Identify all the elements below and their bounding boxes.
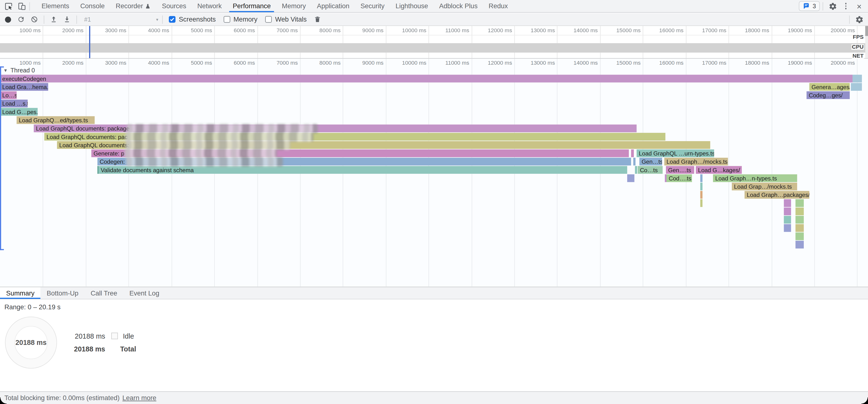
redacted-text-blur [126,157,283,166]
flame-bar-sliver[interactable] [784,208,791,215]
flame-bar[interactable]: Load Graph…n-types.ts [713,175,797,182]
ruler-tick-label: 10000 ms [382,27,427,33]
checkbox-web-vitals[interactable]: Web Vitals [265,15,307,23]
history-dropdown[interactable]: #1 ▾ [82,14,159,24]
scrollbar-thumb[interactable] [865,26,868,36]
flame-bar-sliver[interactable] [700,191,702,198]
flame-bar[interactable]: Load Grap…/mocks.ts [732,183,797,190]
issues-button[interactable]: 3 [799,1,820,11]
drawer-tab-summary[interactable]: Summary [0,287,41,299]
donut-total-label: 20188 ms [6,317,56,368]
summary-donut-chart: 20188 ms [5,317,57,369]
cpu-activity-band [0,43,868,53]
thread-track-header[interactable]: ▼ Thread 0 [3,66,35,74]
flame-bar[interactable]: Gen….ts [666,166,694,174]
overview-ruler: 1000 ms2000 ms3000 ms4000 ms5000 ms6000 … [0,26,868,35]
flame-bar[interactable]: Load GraphQ…ed/types.ts [17,116,95,124]
flame-bar[interactable]: Codeg…ges/ [806,91,849,99]
garbage-collect-icon[interactable] [312,14,323,25]
flame-bar[interactable]: Load …s.ts [0,99,28,107]
tab-sources[interactable]: Sources [156,0,192,12]
timeline-overview[interactable]: 1000 ms2000 ms3000 ms4000 ms5000 ms6000 … [0,26,868,59]
flame-bar[interactable]: executeCodegen [0,74,852,82]
drawer-tab-call-tree[interactable]: Call Tree [85,287,123,299]
tab-console[interactable]: Console [75,0,110,12]
tab-redux[interactable]: Redux [483,0,514,12]
flame-bar-sliver[interactable] [796,232,804,240]
tab-network[interactable]: Network [192,0,227,12]
tab-security[interactable]: Security [355,0,390,12]
flame-bar-sliver[interactable] [796,216,804,223]
flame-bar[interactable]: Lo…s [0,91,17,99]
flame-bar[interactable]: Validate documents against schema [97,166,627,174]
close-devtools-icon[interactable]: × [854,1,864,11]
tab-performance[interactable]: Performance [227,0,276,12]
settings-gear-icon[interactable] [828,1,837,11]
flame-bar-sliver[interactable] [796,199,804,207]
checkbox-box[interactable] [265,16,272,23]
flame-bar-sliver[interactable] [851,83,862,91]
ruler-tick-label: 6000 ms [211,27,255,33]
ruler-tick-label: 19000 ms [768,27,812,33]
save-profile-icon[interactable] [62,14,73,25]
checkbox-box[interactable] [223,16,230,23]
tab-elements[interactable]: Elements [36,0,75,12]
flame-bar[interactable]: Load G…kages/ [696,166,742,174]
flame-bar-sliver[interactable] [631,150,634,157]
more-options-icon[interactable] [841,1,851,11]
drawer-tab-event-log[interactable]: Event Log [123,287,165,299]
load-profile-icon[interactable] [48,14,59,25]
learn-more-link[interactable]: Learn more [122,394,156,402]
flame-bar[interactable]: Co…ts [638,166,662,174]
tab-label: Performance [233,2,271,10]
flame-bar-sliver[interactable] [796,241,804,249]
flame-bar[interactable]: Load Gra…hema.ts [0,83,48,91]
checkbox-label: Screenshots [179,15,216,23]
status-footer: Total blocking time: 0.00ms (estimated) … [0,391,868,404]
tab-recorder[interactable]: Recorder [110,0,156,12]
reload-and-record-button[interactable] [16,14,27,25]
flame-bar-sliver[interactable] [700,175,702,182]
history-current: #1 [84,16,91,23]
flame-bar[interactable]: Load Graph…packages/ [744,191,809,198]
flame-bar[interactable]: Load Graph…/mocks.ts [664,158,728,165]
flame-bar[interactable]: Cod….ts [666,175,692,182]
flame-chart[interactable]: 1000 ms2000 ms3000 ms4000 ms5000 ms6000 … [0,59,868,287]
drawer-tab-bottom-up[interactable]: Bottom-Up [41,287,85,299]
capture-settings-gear-icon[interactable] [854,14,864,24]
flame-bar-sliver[interactable] [852,74,862,82]
ruler-tick-label: 13000 ms [510,27,555,33]
device-toolbar-icon[interactable] [17,1,27,11]
flame-bar[interactable]: Genera…ages/ [809,83,850,91]
tab-application[interactable]: Application [311,0,355,12]
ruler-tick-label: 20000 ms [811,60,855,66]
flame-bar-sliver[interactable] [635,166,637,174]
redacted-text-blur [124,149,277,158]
checkbox-memory[interactable]: Memory [223,15,257,23]
tab-label: Redux [489,2,508,10]
legend-value: 20188 ms [65,333,105,340]
flame-bar[interactable]: Gen…ts [640,158,662,165]
tab-adblock-plus[interactable]: Adblock Plus [434,0,483,12]
clear-recording-icon[interactable] [29,14,40,25]
flame-bar-sliver[interactable] [796,208,804,215]
flame-bar[interactable]: Load GraphQL documents: package [34,124,637,132]
flame-bar-sliver[interactable] [784,199,791,207]
flame-bar-sliver[interactable] [700,199,702,207]
flame-bar-sliver[interactable] [633,158,636,165]
flame-bar-sliver[interactable] [784,224,791,232]
overview-scrollbar[interactable] [865,26,868,58]
tab-lighthouse[interactable]: Lighthouse [390,0,434,12]
tab-memory[interactable]: Memory [276,0,311,12]
flame-bar-sliver[interactable] [784,216,791,223]
flame-bar-sliver[interactable] [700,183,702,190]
checkbox-screenshots[interactable]: Screenshots [169,15,216,23]
flame-bar-sliver[interactable] [796,224,804,232]
inspect-element-icon[interactable] [4,1,13,11]
ruler-tick-label: 1000 ms [0,60,41,66]
record-button[interactable] [2,14,13,25]
flame-bar-sliver[interactable] [627,175,634,182]
flame-bar[interactable]: Load G…pes.ts [0,108,37,116]
checkbox-box[interactable] [169,16,175,23]
flame-bar[interactable]: Load GraphQL …urn-types.ts [637,150,714,157]
